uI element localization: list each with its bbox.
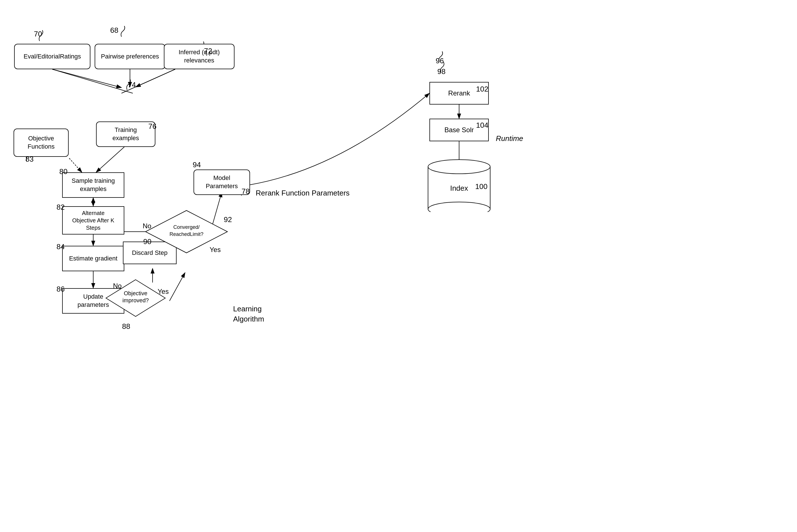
- yes-label-converged: Yes: [210, 246, 221, 254]
- alternate-objective-box: AlternateObjective After KSteps: [62, 206, 124, 234]
- learning-algorithm-label: LearningAlgorithm: [233, 304, 264, 324]
- number-92: 92: [224, 215, 232, 224]
- pairwise-label: Pairwise preferences: [101, 53, 159, 61]
- number-84: 84: [57, 242, 65, 251]
- rerank-label: Rerank: [448, 89, 470, 97]
- alternate-objective-label: AlternateObjective After KSteps: [72, 209, 114, 231]
- runtime-label: Runtime: [496, 134, 523, 143]
- training-examples-box: Trainingexamples: [96, 121, 155, 147]
- estimate-gradient-box: Estimate gradient: [62, 246, 124, 271]
- svg-text:Converged/: Converged/: [173, 224, 200, 230]
- objective-functions-box: ObjectiveFunctions: [14, 129, 69, 157]
- sample-training-box: Sample trainingexamples: [62, 172, 124, 198]
- diagram: Eval/EditorialRatings Pairwise preferenc…: [0, 0, 797, 532]
- number-82: 82: [57, 203, 65, 212]
- svg-text:Objective: Objective: [124, 290, 147, 297]
- estimate-gradient-label: Estimate gradient: [69, 254, 117, 263]
- sample-training-label: Sample trainingexamples: [72, 177, 115, 193]
- number-88: 88: [122, 322, 130, 331]
- eval-ratings-box: Eval/EditorialRatings: [14, 44, 90, 69]
- no-label-objective: No: [113, 282, 122, 290]
- inferred-label: Inferred (q,pdt)relevances: [178, 48, 220, 64]
- number-98: 98: [437, 67, 445, 76]
- number-100: 100: [475, 182, 487, 191]
- number-76: 76: [148, 122, 156, 131]
- number-94: 94: [193, 160, 201, 169]
- number-104: 104: [476, 121, 488, 130]
- number-78: 78: [242, 187, 250, 196]
- training-examples-label: Trainingexamples: [112, 126, 139, 142]
- number-72: 72: [204, 46, 212, 55]
- svg-text:improved?: improved?: [122, 297, 149, 303]
- svg-line-5: [52, 69, 133, 93]
- svg-line-13: [170, 273, 185, 301]
- pairwise-box: Pairwise preferences: [95, 44, 165, 69]
- number-80: 80: [59, 167, 68, 176]
- svg-line-2: [52, 69, 121, 88]
- number-90: 90: [143, 237, 151, 246]
- yes-label-objective: Yes: [158, 288, 169, 296]
- svg-line-4: [136, 69, 175, 87]
- inferred-box: Inferred (q,pdt)relevances: [164, 44, 234, 69]
- svg-text:Index: Index: [450, 184, 468, 192]
- base-solr-label: Base Solr: [444, 126, 474, 134]
- svg-point-27: [428, 159, 490, 174]
- number-70: 70: [34, 30, 42, 38]
- svg-text:ReachedLimit?: ReachedLimit?: [170, 231, 204, 237]
- number-102: 102: [476, 85, 488, 94]
- number-68: 68: [110, 26, 118, 35]
- no-label-converged: No: [143, 222, 151, 230]
- number-86: 86: [57, 285, 65, 293]
- model-parameters-label: ModelParameters: [206, 174, 238, 190]
- number-74: 74: [128, 80, 136, 89]
- number-96: 96: [436, 57, 444, 65]
- objective-functions-label: ObjectiveFunctions: [28, 134, 55, 151]
- update-parameters-label: Updateparameters: [77, 293, 109, 309]
- number-83: 83: [25, 155, 34, 164]
- svg-line-8: [69, 158, 82, 172]
- eval-ratings-label: Eval/EditorialRatings: [24, 53, 81, 61]
- svg-line-7: [96, 147, 124, 172]
- rerank-function-label: Rerank Function Parameters: [256, 189, 349, 197]
